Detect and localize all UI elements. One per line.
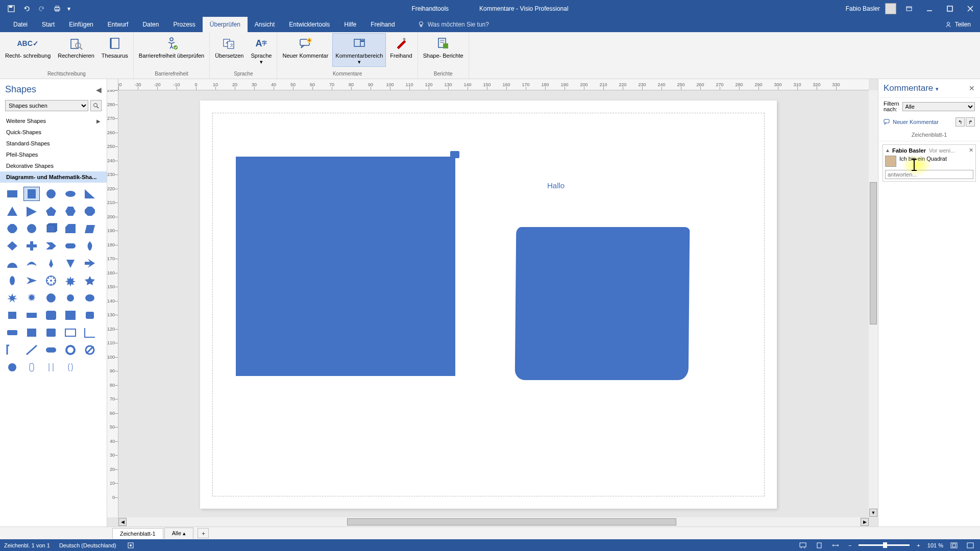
print-button[interactable] xyxy=(50,2,64,16)
redo-button[interactable] xyxy=(35,2,49,16)
close-button[interactable] xyxy=(963,1,978,16)
undo-button[interactable] xyxy=(19,2,34,16)
language-button[interactable]: A字Sprache▾ xyxy=(248,33,275,67)
shape-stencil-34[interactable] xyxy=(82,291,98,305)
fit-window-button[interactable] xyxy=(948,541,960,549)
tab-freihand[interactable]: Freihand xyxy=(363,17,402,32)
shape-stencil-3[interactable] xyxy=(62,187,79,201)
tab-daten[interactable]: Daten xyxy=(135,17,166,32)
tell-me-input[interactable] xyxy=(428,21,530,28)
thesaurus-button[interactable]: Thesaurus xyxy=(99,33,131,61)
accessibility-check-button[interactable]: Barrierefreiheit überprüfen xyxy=(136,33,207,61)
shape-stencil-11[interactable] xyxy=(23,221,40,236)
shape-stencil-0[interactable] xyxy=(4,187,20,201)
shape-stencil-31[interactable] xyxy=(23,291,40,305)
next-comment-button[interactable]: ↱ xyxy=(966,117,975,127)
tab-datei[interactable]: Datei xyxy=(6,17,35,32)
shapes-cat-arrow[interactable]: Pfeil-Shapes xyxy=(0,149,107,160)
tab-einfuegen[interactable]: Einfügen xyxy=(62,17,100,32)
canvas-viewport[interactable]: Hallo xyxy=(118,90,869,517)
shape-stencil-2[interactable] xyxy=(43,187,59,201)
horizontal-scrollbar[interactable]: ◀ ▶ xyxy=(118,517,869,527)
text-hallo[interactable]: Hallo xyxy=(547,181,565,190)
tab-entwurf[interactable]: Entwurf xyxy=(101,17,136,32)
shape-freehand-square[interactable] xyxy=(515,227,690,380)
shape-stencil-26[interactable] xyxy=(23,273,40,288)
v-scroll-thumb[interactable] xyxy=(870,182,877,324)
v-scroll-down[interactable]: ▼ xyxy=(869,509,877,517)
tab-prozess[interactable]: Prozess xyxy=(166,17,202,32)
qat-dropdown[interactable]: ▾ xyxy=(65,2,72,16)
shape-stencil-7[interactable] xyxy=(43,204,59,218)
shape-stencil-12[interactable] xyxy=(43,221,59,236)
shape-stencil-52[interactable] xyxy=(43,360,59,374)
status-language[interactable]: Deutsch (Deutschland) xyxy=(59,542,116,548)
shape-stencil-33[interactable] xyxy=(62,291,79,305)
shape-stencil-32[interactable] xyxy=(43,291,59,305)
prev-comment-button[interactable]: ↰ xyxy=(955,117,965,127)
shape-stencil-20[interactable] xyxy=(4,256,20,270)
shape-stencil-19[interactable] xyxy=(82,239,98,253)
shape-stencil-35[interactable] xyxy=(4,308,20,322)
shape-stencil-4[interactable] xyxy=(82,187,98,201)
shape-stencil-22[interactable] xyxy=(43,256,59,270)
shape-stencil-36[interactable] xyxy=(23,308,40,322)
tell-me-search[interactable] xyxy=(418,17,530,32)
ribbon-display-options[interactable] xyxy=(901,1,917,16)
shape-stencil-51[interactable] xyxy=(23,360,40,374)
drawing-page[interactable]: Hallo xyxy=(200,101,777,509)
fullscreen-button[interactable] xyxy=(965,541,976,549)
shape-stencil-18[interactable] xyxy=(62,239,79,253)
vertical-ruler[interactable]: 2902802702602502402302202102001901801701… xyxy=(107,90,118,517)
shapes-panel-collapse[interactable]: ◀ xyxy=(96,86,102,94)
shape-stencil-1[interactable] xyxy=(23,187,40,201)
ink-button[interactable]: Freihand xyxy=(387,33,415,61)
shape-stencil-23[interactable] xyxy=(62,256,79,270)
shape-stencil-17[interactable] xyxy=(43,239,59,253)
shapes-cat-decorative[interactable]: Dekorative Shapes xyxy=(0,160,107,171)
fit-page-button[interactable] xyxy=(814,541,825,549)
h-scroll-thumb[interactable] xyxy=(347,518,676,525)
shape-stencil-30[interactable] xyxy=(4,291,20,305)
comment-indicator-icon[interactable] xyxy=(450,151,459,158)
tab-entwicklertools[interactable]: Entwicklertools xyxy=(282,17,337,32)
comment-item[interactable]: ▲ Fabio Basler Vor weni... ✕ Ich bin ein… xyxy=(883,144,976,182)
shape-stencil-15[interactable] xyxy=(4,239,20,253)
shape-stencil-40[interactable] xyxy=(4,325,20,340)
spellcheck-button[interactable]: ABC✓Recht- schreibung xyxy=(2,33,54,61)
shapes-cat-diagram[interactable]: Diagramm- und Mathematik-Sha... xyxy=(0,171,107,183)
shapes-cat-quick[interactable]: Quick-Shapes xyxy=(0,127,107,138)
zoom-slider[interactable] xyxy=(859,544,910,546)
vertical-scrollbar[interactable]: ▼ xyxy=(869,90,878,517)
shape-stencil-39[interactable] xyxy=(82,308,98,322)
shape-stencil-47[interactable] xyxy=(43,343,59,357)
collapse-icon[interactable]: ▲ xyxy=(885,147,890,153)
save-button[interactable] xyxy=(4,2,18,16)
shape-stencil-41[interactable] xyxy=(23,325,40,340)
shapes-search-button[interactable] xyxy=(90,100,102,111)
shape-stencil-10[interactable] xyxy=(4,221,20,236)
shape-stencil-13[interactable] xyxy=(62,221,79,236)
shapes-search-select[interactable]: Shapes suchen xyxy=(5,100,88,111)
translate-button[interactable]: a文Übersetzen xyxy=(212,33,247,61)
zoom-level[interactable]: 101 % xyxy=(927,542,943,548)
shape-stencil-46[interactable] xyxy=(23,343,40,357)
shape-reports-button[interactable]: Shape- Berichte xyxy=(420,33,467,61)
comment-pane-button[interactable]: Kommentarbereich▾ xyxy=(332,33,386,67)
shape-stencil-29[interactable] xyxy=(82,273,98,288)
comments-panel-close[interactable]: ✕ xyxy=(969,84,975,92)
delete-comment-button[interactable]: ✕ xyxy=(969,147,973,154)
shape-stencil-37[interactable] xyxy=(43,308,59,322)
zoom-in-button[interactable]: + xyxy=(915,541,922,549)
shape-stencil-6[interactable] xyxy=(23,204,40,218)
shape-stencil-48[interactable] xyxy=(62,343,79,357)
avatar[interactable] xyxy=(885,3,896,14)
maximize-button[interactable] xyxy=(942,1,958,16)
shape-stencil-45[interactable] xyxy=(4,343,20,357)
shape-stencil-9[interactable] xyxy=(82,204,98,218)
shape-stencil-21[interactable] xyxy=(23,256,40,270)
shape-stencil-27[interactable] xyxy=(43,273,59,288)
tab-ansicht[interactable]: Ansicht xyxy=(248,17,282,32)
shape-stencil-14[interactable] xyxy=(82,221,98,236)
filter-select[interactable]: Alle xyxy=(902,102,975,111)
